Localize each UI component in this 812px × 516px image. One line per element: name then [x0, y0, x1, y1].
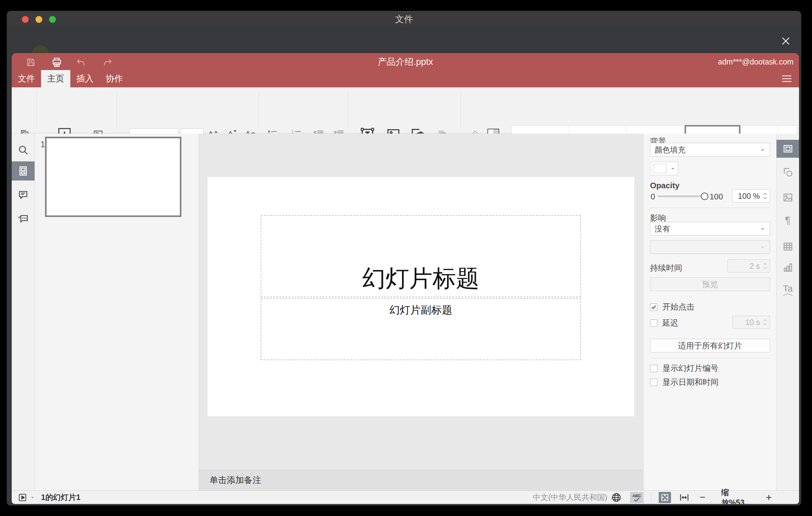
slide-settings-icon[interactable] — [777, 140, 799, 158]
duration-input[interactable]: 2 s — [727, 260, 770, 273]
slide-title-placeholder[interactable]: 幻灯片标题 — [261, 215, 581, 297]
ribbon-separator — [117, 92, 117, 128]
preview-button[interactable]: 预览 — [650, 278, 770, 291]
delay-input[interactable]: 10 s — [732, 316, 770, 329]
panel-divider — [650, 208, 770, 208]
slide-thumbnails-panel: 1 — [35, 134, 199, 490]
slide-canvas: 幻灯片标题 幻灯片副标题 — [199, 134, 643, 470]
chart-settings-icon[interactable] — [777, 259, 799, 277]
editor-dialog: 产品介绍.pptx adm***@dootask.com 文件 主页 插入 协作 — [12, 53, 799, 504]
chevron-down-icon — [760, 245, 765, 249]
checkbox-checked-icon[interactable] — [650, 304, 658, 311]
chevron-down-icon — [30, 496, 35, 499]
shape-settings-icon[interactable] — [777, 163, 799, 181]
window-title: 文件 — [7, 11, 801, 28]
ribbon-separator — [348, 92, 348, 128]
slide-indicator: 1的幻灯片1 — [41, 491, 81, 504]
fit-to-slide-icon[interactable] — [659, 491, 671, 504]
opacity-max-label: 100 — [709, 192, 723, 202]
tab-insert[interactable]: 插入 — [70, 70, 100, 87]
comments-icon[interactable] — [12, 185, 34, 204]
slide-settings-panel: 背景 颜色填充 Opacity 0 100 100 % 影 — [643, 134, 776, 490]
chat-icon[interactable] — [12, 209, 34, 228]
duration-label: 持续时间 — [650, 263, 682, 274]
close-icon[interactable] — [779, 34, 792, 48]
header-bar: 产品介绍.pptx adm***@dootask.com 文件 主页 插入 协作 — [12, 53, 799, 87]
checkbox-unchecked-icon[interactable] — [650, 365, 658, 372]
account-label: adm***@dootask.com — [718, 57, 793, 66]
textart-settings-icon[interactable]: Ta — [777, 281, 799, 299]
checkbox-unchecked-icon[interactable] — [650, 319, 658, 327]
slide[interactable]: 幻灯片标题 幻灯片副标题 — [208, 177, 634, 416]
fill-color-swatch-select[interactable] — [650, 162, 678, 175]
app-window: 文件 产品介绍.pptx adm***@dootask.com 文件 — [7, 11, 801, 506]
document-title: 产品介绍.pptx — [12, 53, 799, 71]
effect-select[interactable]: 没有 — [650, 222, 770, 235]
ribbon-tabs: 文件 主页 插入 协作 — [12, 70, 129, 87]
opacity-slider-thumb[interactable] — [701, 193, 708, 200]
notes-area[interactable]: 单击添加备注 — [199, 470, 643, 490]
language-select[interactable]: 中文(中华人民共和国) — [533, 491, 615, 504]
zoom-in-icon[interactable]: + — [766, 491, 772, 504]
color-swatch — [653, 164, 666, 173]
notes-placeholder: 单击添加备注 — [209, 474, 261, 486]
status-separator — [651, 493, 651, 502]
show-date-time-row[interactable]: 显示日期和时间 — [650, 377, 719, 388]
slide-subtitle-placeholder[interactable]: 幻灯片副标题 — [261, 298, 581, 360]
spinner-arrows[interactable] — [763, 193, 767, 199]
spinner-arrows[interactable] — [763, 319, 767, 325]
fill-type-select[interactable]: 颜色填充 — [650, 143, 770, 156]
delay-row[interactable]: 延迟 — [650, 318, 678, 328]
start-on-click-row[interactable]: 开始点击 — [650, 302, 694, 312]
ribbon-separator — [461, 92, 461, 128]
tab-file[interactable]: 文件 — [12, 70, 41, 87]
left-sidebar — [12, 134, 35, 490]
image-settings-icon[interactable] — [777, 189, 799, 206]
effect-type-select[interactable] — [650, 240, 770, 254]
set-language-icon[interactable] — [611, 491, 622, 504]
start-slideshow-status-icon[interactable] — [18, 491, 35, 504]
checkbox-unchecked-icon[interactable] — [650, 379, 658, 386]
chevron-down-icon — [670, 167, 675, 170]
table-settings-icon[interactable] — [777, 238, 799, 256]
slides-panel-icon[interactable] — [12, 162, 34, 180]
opacity-input[interactable]: 100 % — [732, 190, 770, 202]
tab-home[interactable]: 主页 — [41, 70, 70, 87]
paragraph-settings-icon[interactable]: ¶ — [777, 211, 799, 229]
ribbon-separator — [259, 92, 259, 128]
right-sidebar: ¶ Ta — [776, 134, 799, 490]
status-bar: 1的幻灯片1 中文(中华人民共和国) ABC — [12, 490, 799, 504]
menu-icon[interactable] — [781, 75, 792, 84]
search-icon[interactable] — [12, 140, 34, 160]
fit-to-width-icon[interactable] — [679, 491, 690, 504]
panel-divider — [650, 358, 770, 358]
zoom-out-icon[interactable]: − — [700, 491, 705, 504]
opacity-min-label: 0 — [651, 192, 655, 202]
ribbon-separator — [36, 92, 37, 128]
chevron-down-icon — [760, 148, 765, 152]
opacity-label: Opacity — [650, 181, 679, 191]
chevron-down-icon — [760, 227, 765, 231]
apply-to-all-button[interactable]: 适用于所有幻灯片 — [650, 339, 770, 352]
show-slide-number-row[interactable]: 显示幻灯片编号 — [650, 363, 719, 374]
zoom-level[interactable]: 缩放%53 — [721, 491, 752, 504]
ribbon-toolbar: 添加幻灯片 A A Aa B I — [12, 87, 799, 133]
slide-thumbnail[interactable] — [45, 137, 181, 217]
tab-collaboration[interactable]: 协作 — [100, 70, 129, 87]
spinner-arrows[interactable] — [763, 263, 767, 269]
slide-thumbnail-number: 1 — [40, 140, 45, 149]
spellcheck-icon[interactable]: ABC — [630, 491, 643, 504]
macos-titlebar: 文件 — [7, 11, 801, 28]
